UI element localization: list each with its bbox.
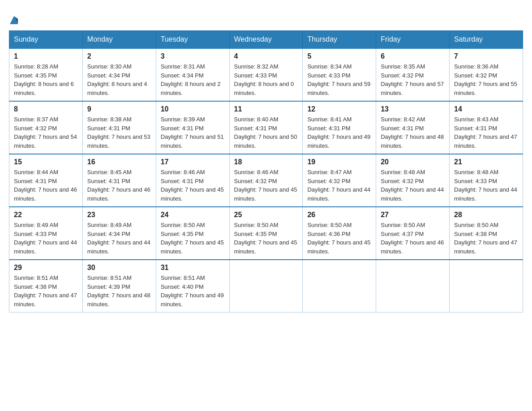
day-number: 18 bbox=[234, 158, 298, 166]
day-number: 21 bbox=[454, 158, 518, 166]
calendar-cell: 1Sunrise: 8:28 AMSunset: 4:35 PMDaylight… bbox=[9, 48, 83, 101]
day-number: 24 bbox=[161, 211, 225, 219]
calendar-cell: 24Sunrise: 8:50 AMSunset: 4:35 PMDayligh… bbox=[156, 207, 229, 260]
col-header-sunday: Sunday bbox=[9, 31, 83, 49]
day-number: 2 bbox=[87, 52, 151, 60]
col-header-wednesday: Wednesday bbox=[229, 31, 303, 49]
day-number: 3 bbox=[161, 52, 225, 60]
day-number: 14 bbox=[454, 105, 518, 113]
calendar-cell: 28Sunrise: 8:50 AMSunset: 4:38 PMDayligh… bbox=[450, 207, 523, 260]
calendar-cell: 11Sunrise: 8:40 AMSunset: 4:31 PMDayligh… bbox=[229, 101, 303, 154]
day-info: Sunrise: 8:50 AMSunset: 4:36 PMDaylight:… bbox=[307, 221, 371, 256]
calendar-cell bbox=[303, 260, 376, 313]
calendar-cell: 17Sunrise: 8:46 AMSunset: 4:31 PMDayligh… bbox=[156, 154, 229, 207]
day-number: 31 bbox=[161, 264, 225, 272]
calendar-cell: 23Sunrise: 8:49 AMSunset: 4:34 PMDayligh… bbox=[82, 207, 156, 260]
calendar-cell: 2Sunrise: 8:30 AMSunset: 4:34 PMDaylight… bbox=[82, 48, 156, 101]
day-info: Sunrise: 8:50 AMSunset: 4:35 PMDaylight:… bbox=[234, 221, 298, 256]
day-number: 10 bbox=[161, 105, 225, 113]
calendar-cell bbox=[450, 260, 523, 313]
day-number: 7 bbox=[454, 52, 518, 60]
calendar-cell: 31Sunrise: 8:51 AMSunset: 4:40 PMDayligh… bbox=[156, 260, 229, 313]
logo bbox=[9, 13, 18, 26]
col-header-tuesday: Tuesday bbox=[156, 31, 229, 49]
day-number: 12 bbox=[307, 105, 371, 113]
day-info: Sunrise: 8:31 AMSunset: 4:34 PMDaylight:… bbox=[161, 62, 225, 97]
calendar-cell: 9Sunrise: 8:38 AMSunset: 4:31 PMDaylight… bbox=[82, 101, 156, 154]
calendar-cell: 15Sunrise: 8:44 AMSunset: 4:31 PMDayligh… bbox=[9, 154, 83, 207]
day-info: Sunrise: 8:46 AMSunset: 4:31 PMDaylight:… bbox=[161, 168, 225, 203]
calendar-cell: 21Sunrise: 8:48 AMSunset: 4:33 PMDayligh… bbox=[450, 154, 523, 207]
calendar-cell: 26Sunrise: 8:50 AMSunset: 4:36 PMDayligh… bbox=[303, 207, 376, 260]
day-number: 19 bbox=[307, 158, 371, 166]
calendar-cell: 6Sunrise: 8:35 AMSunset: 4:32 PMDaylight… bbox=[376, 48, 450, 101]
day-number: 30 bbox=[87, 264, 151, 272]
day-info: Sunrise: 8:50 AMSunset: 4:38 PMDaylight:… bbox=[454, 221, 518, 256]
day-info: Sunrise: 8:43 AMSunset: 4:31 PMDaylight:… bbox=[454, 115, 518, 150]
day-number: 16 bbox=[87, 158, 151, 166]
day-info: Sunrise: 8:51 AMSunset: 4:39 PMDaylight:… bbox=[87, 274, 151, 308]
calendar-cell: 25Sunrise: 8:50 AMSunset: 4:35 PMDayligh… bbox=[229, 207, 303, 260]
day-info: Sunrise: 8:41 AMSunset: 4:31 PMDaylight:… bbox=[307, 115, 371, 150]
day-number: 27 bbox=[381, 211, 445, 219]
day-info: Sunrise: 8:36 AMSunset: 4:32 PMDaylight:… bbox=[454, 62, 518, 97]
day-number: 23 bbox=[87, 211, 151, 219]
day-info: Sunrise: 8:48 AMSunset: 4:33 PMDaylight:… bbox=[454, 168, 518, 203]
calendar-cell: 3Sunrise: 8:31 AMSunset: 4:34 PMDaylight… bbox=[156, 48, 229, 101]
day-number: 17 bbox=[161, 158, 225, 166]
calendar-cell: 5Sunrise: 8:34 AMSunset: 4:33 PMDaylight… bbox=[303, 48, 376, 101]
day-number: 20 bbox=[381, 158, 445, 166]
day-number: 28 bbox=[454, 211, 518, 219]
day-number: 29 bbox=[14, 264, 78, 272]
day-info: Sunrise: 8:39 AMSunset: 4:31 PMDaylight:… bbox=[161, 115, 225, 150]
col-header-saturday: Saturday bbox=[450, 31, 523, 49]
day-info: Sunrise: 8:35 AMSunset: 4:32 PMDaylight:… bbox=[381, 62, 445, 97]
calendar-cell: 20Sunrise: 8:48 AMSunset: 4:32 PMDayligh… bbox=[376, 154, 450, 207]
day-info: Sunrise: 8:50 AMSunset: 4:35 PMDaylight:… bbox=[161, 221, 225, 256]
day-info: Sunrise: 8:49 AMSunset: 4:34 PMDaylight:… bbox=[87, 221, 151, 256]
calendar-table: SundayMondayTuesdayWednesdayThursdayFrid… bbox=[9, 30, 523, 313]
day-number: 11 bbox=[234, 105, 298, 113]
day-info: Sunrise: 8:46 AMSunset: 4:32 PMDaylight:… bbox=[234, 168, 298, 203]
day-number: 8 bbox=[14, 105, 78, 113]
day-info: Sunrise: 8:44 AMSunset: 4:31 PMDaylight:… bbox=[14, 168, 78, 203]
day-info: Sunrise: 8:50 AMSunset: 4:37 PMDaylight:… bbox=[381, 221, 445, 256]
calendar-cell: 7Sunrise: 8:36 AMSunset: 4:32 PMDaylight… bbox=[450, 48, 523, 101]
col-header-monday: Monday bbox=[82, 31, 156, 49]
calendar-cell: 18Sunrise: 8:46 AMSunset: 4:32 PMDayligh… bbox=[229, 154, 303, 207]
logo-triangle-icon bbox=[10, 14, 18, 24]
day-info: Sunrise: 8:40 AMSunset: 4:31 PMDaylight:… bbox=[234, 115, 298, 150]
day-number: 25 bbox=[234, 211, 298, 219]
calendar-cell: 27Sunrise: 8:50 AMSunset: 4:37 PMDayligh… bbox=[376, 207, 450, 260]
day-info: Sunrise: 8:51 AMSunset: 4:38 PMDaylight:… bbox=[14, 274, 78, 308]
calendar-cell: 8Sunrise: 8:37 AMSunset: 4:32 PMDaylight… bbox=[9, 101, 83, 154]
day-info: Sunrise: 8:51 AMSunset: 4:40 PMDaylight:… bbox=[161, 274, 225, 308]
day-number: 6 bbox=[381, 52, 445, 60]
day-info: Sunrise: 8:32 AMSunset: 4:33 PMDaylight:… bbox=[234, 62, 298, 97]
day-info: Sunrise: 8:42 AMSunset: 4:31 PMDaylight:… bbox=[381, 115, 445, 150]
calendar-cell: 14Sunrise: 8:43 AMSunset: 4:31 PMDayligh… bbox=[450, 101, 523, 154]
day-info: Sunrise: 8:30 AMSunset: 4:34 PMDaylight:… bbox=[87, 62, 151, 97]
calendar-cell: 16Sunrise: 8:45 AMSunset: 4:31 PMDayligh… bbox=[82, 154, 156, 207]
day-info: Sunrise: 8:47 AMSunset: 4:32 PMDaylight:… bbox=[307, 168, 371, 203]
day-number: 4 bbox=[234, 52, 298, 60]
calendar-cell: 30Sunrise: 8:51 AMSunset: 4:39 PMDayligh… bbox=[82, 260, 156, 313]
day-info: Sunrise: 8:48 AMSunset: 4:32 PMDaylight:… bbox=[381, 168, 445, 203]
calendar-cell: 19Sunrise: 8:47 AMSunset: 4:32 PMDayligh… bbox=[303, 154, 376, 207]
day-info: Sunrise: 8:45 AMSunset: 4:31 PMDaylight:… bbox=[87, 168, 151, 203]
day-info: Sunrise: 8:37 AMSunset: 4:32 PMDaylight:… bbox=[14, 115, 78, 150]
day-info: Sunrise: 8:34 AMSunset: 4:33 PMDaylight:… bbox=[307, 62, 371, 97]
calendar-cell: 10Sunrise: 8:39 AMSunset: 4:31 PMDayligh… bbox=[156, 101, 229, 154]
day-number: 22 bbox=[14, 211, 78, 219]
calendar-cell bbox=[376, 260, 450, 313]
calendar-cell: 22Sunrise: 8:49 AMSunset: 4:33 PMDayligh… bbox=[9, 207, 83, 260]
calendar-cell: 13Sunrise: 8:42 AMSunset: 4:31 PMDayligh… bbox=[376, 101, 450, 154]
col-header-friday: Friday bbox=[376, 31, 450, 49]
day-number: 13 bbox=[381, 105, 445, 113]
calendar-cell bbox=[229, 260, 303, 313]
calendar-cell: 4Sunrise: 8:32 AMSunset: 4:33 PMDaylight… bbox=[229, 48, 303, 101]
calendar-cell: 12Sunrise: 8:41 AMSunset: 4:31 PMDayligh… bbox=[303, 101, 376, 154]
day-number: 1 bbox=[14, 52, 78, 60]
day-number: 9 bbox=[87, 105, 151, 113]
day-number: 15 bbox=[14, 158, 78, 166]
